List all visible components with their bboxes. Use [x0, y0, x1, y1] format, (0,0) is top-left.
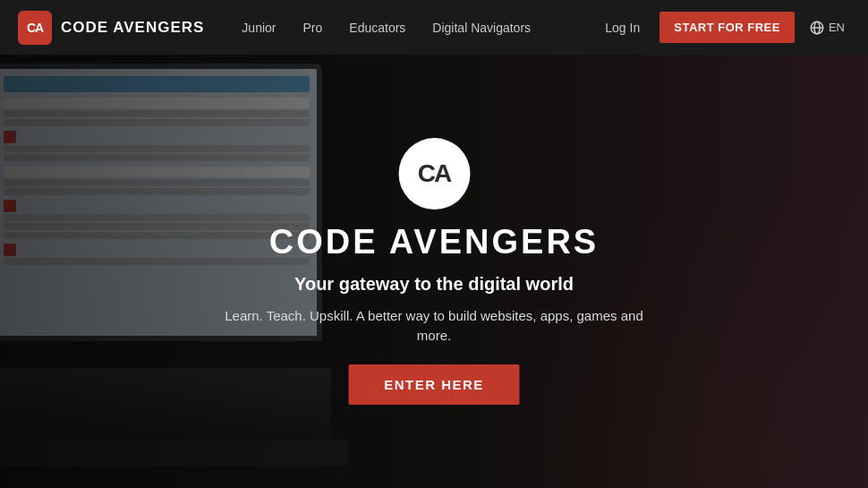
brand-logo-link[interactable]: CA CODE AVENGERS — [18, 11, 204, 45]
navbar: CA CODE AVENGERS Junior Pro Educators Di… — [0, 0, 868, 55]
globe-icon — [809, 20, 825, 36]
ca-logo-icon: CA — [18, 11, 52, 45]
nav-link-junior[interactable]: Junior — [231, 13, 286, 42]
nav-link-digital-navigators[interactable]: Digital Navigators — [421, 13, 541, 42]
hero-logo-circle: CA — [398, 138, 470, 210]
hero-subtitle: Your gateway to the digital world — [294, 272, 574, 295]
hero-section: CA CODE AVENGERS Your gateway to the dig… — [0, 55, 868, 488]
hero-content: CA CODE AVENGERS Your gateway to the dig… — [217, 138, 651, 405]
logo-text: CA — [27, 21, 43, 35]
hero-description: Learn. Teach. Upskill. A better way to b… — [217, 306, 651, 347]
nav-link-educators[interactable]: Educators — [338, 13, 416, 42]
nav-right: Log In START FOR FREE EN — [594, 12, 850, 43]
enter-here-button[interactable]: ENTER HERE — [348, 364, 520, 405]
language-label: EN — [829, 21, 845, 34]
login-button[interactable]: Log In — [594, 13, 651, 42]
start-free-button[interactable]: START FOR FREE — [660, 12, 795, 43]
language-selector[interactable]: EN — [804, 13, 850, 43]
hero-title: CODE AVENGERS — [269, 224, 599, 261]
nav-link-pro[interactable]: Pro — [293, 13, 334, 42]
brand-name: CODE AVENGERS — [61, 19, 204, 37]
hero-logo-text: CA — [418, 159, 450, 188]
nav-links: Junior Pro Educators Digital Navigators — [231, 13, 594, 42]
